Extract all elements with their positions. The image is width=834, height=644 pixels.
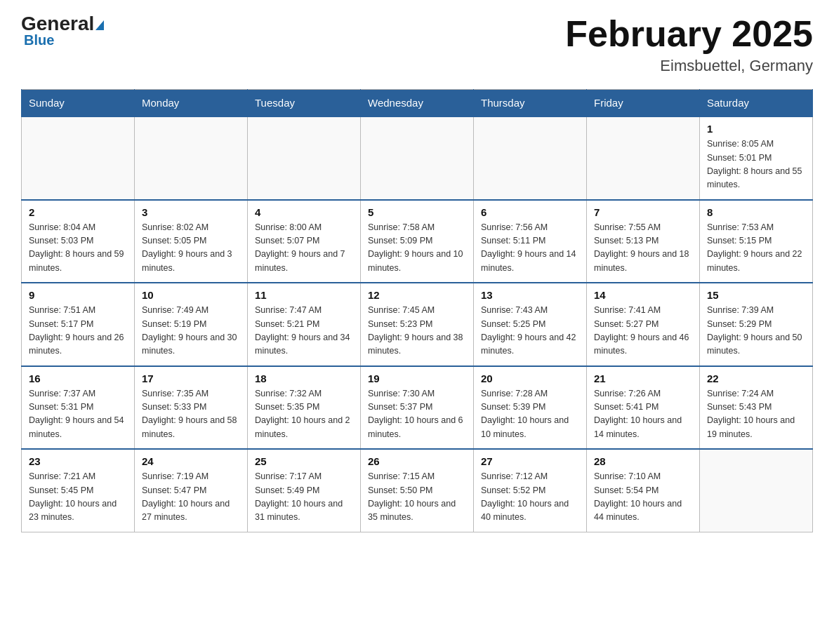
calendar-cell: 19Sunrise: 7:30 AMSunset: 5:37 PMDayligh… <box>361 366 474 450</box>
calendar-cell: 24Sunrise: 7:19 AMSunset: 5:47 PMDayligh… <box>135 449 248 532</box>
day-info: Sunrise: 8:05 AMSunset: 5:01 PMDaylight:… <box>707 137 805 192</box>
calendar-cell: 9Sunrise: 7:51 AMSunset: 5:17 PMDaylight… <box>22 283 135 366</box>
day-info: Sunrise: 7:35 AMSunset: 5:33 PMDaylight:… <box>142 387 240 442</box>
calendar-cell: 8Sunrise: 7:53 AMSunset: 5:15 PMDaylight… <box>700 200 813 283</box>
day-number: 17 <box>142 373 240 384</box>
day-number: 2 <box>29 206 127 218</box>
day-info: Sunrise: 7:45 AMSunset: 5:23 PMDaylight:… <box>368 304 466 358</box>
day-info: Sunrise: 7:56 AMSunset: 5:11 PMDaylight:… <box>481 221 579 276</box>
day-number: 11 <box>255 289 353 301</box>
day-number: 3 <box>142 206 240 218</box>
day-info: Sunrise: 7:58 AMSunset: 5:09 PMDaylight:… <box>368 221 466 276</box>
calendar-cell: 2Sunrise: 8:04 AMSunset: 5:03 PMDaylight… <box>22 200 135 283</box>
calendar-cell <box>361 116 474 200</box>
calendar-cell: 22Sunrise: 7:24 AMSunset: 5:43 PMDayligh… <box>700 366 813 450</box>
day-number: 8 <box>707 206 805 218</box>
calendar-cell: 20Sunrise: 7:28 AMSunset: 5:39 PMDayligh… <box>474 366 587 450</box>
day-number: 20 <box>481 373 579 384</box>
calendar-cell: 13Sunrise: 7:43 AMSunset: 5:25 PMDayligh… <box>474 283 587 366</box>
day-number: 14 <box>594 289 692 301</box>
page-header: General Blue February 2025 Eimsbuettel, … <box>21 14 813 75</box>
col-header-thursday: Thursday <box>474 90 587 117</box>
day-info: Sunrise: 8:02 AMSunset: 5:05 PMDaylight:… <box>142 221 240 276</box>
day-number: 26 <box>368 455 466 467</box>
calendar-week-row: 16Sunrise: 7:37 AMSunset: 5:31 PMDayligh… <box>22 366 813 450</box>
day-info: Sunrise: 7:15 AMSunset: 5:50 PMDaylight:… <box>368 470 466 525</box>
calendar-cell <box>248 116 361 200</box>
calendar-cell <box>587 116 700 200</box>
day-number: 10 <box>142 289 240 301</box>
day-number: 5 <box>368 206 466 218</box>
day-number: 21 <box>594 373 692 384</box>
day-info: Sunrise: 7:10 AMSunset: 5:54 PMDaylight:… <box>594 470 692 525</box>
calendar-cell: 6Sunrise: 7:56 AMSunset: 5:11 PMDaylight… <box>474 200 587 283</box>
day-number: 6 <box>481 206 579 218</box>
calendar-cell: 7Sunrise: 7:55 AMSunset: 5:13 PMDaylight… <box>587 200 700 283</box>
day-number: 12 <box>368 289 466 301</box>
col-header-friday: Friday <box>587 90 700 117</box>
calendar-cell: 25Sunrise: 7:17 AMSunset: 5:49 PMDayligh… <box>248 449 361 532</box>
col-header-monday: Monday <box>135 90 248 117</box>
day-info: Sunrise: 7:55 AMSunset: 5:13 PMDaylight:… <box>594 221 692 276</box>
day-info: Sunrise: 7:47 AMSunset: 5:21 PMDaylight:… <box>255 304 353 358</box>
logo: General Blue <box>21 14 104 48</box>
day-info: Sunrise: 7:28 AMSunset: 5:39 PMDaylight:… <box>481 387 579 442</box>
day-number: 22 <box>707 373 805 384</box>
day-number: 4 <box>255 206 353 218</box>
logo-general: General <box>21 13 94 34</box>
calendar-cell: 18Sunrise: 7:32 AMSunset: 5:35 PMDayligh… <box>248 366 361 450</box>
calendar-cell: 14Sunrise: 7:41 AMSunset: 5:27 PMDayligh… <box>587 283 700 366</box>
calendar-cell <box>474 116 587 200</box>
calendar-cell: 28Sunrise: 7:10 AMSunset: 5:54 PMDayligh… <box>587 449 700 532</box>
calendar-cell: 4Sunrise: 8:00 AMSunset: 5:07 PMDaylight… <box>248 200 361 283</box>
calendar-cell: 12Sunrise: 7:45 AMSunset: 5:23 PMDayligh… <box>361 283 474 366</box>
day-info: Sunrise: 7:17 AMSunset: 5:49 PMDaylight:… <box>255 470 353 525</box>
calendar-title: February 2025 <box>565 14 813 54</box>
day-info: Sunrise: 7:19 AMSunset: 5:47 PMDaylight:… <box>142 470 240 525</box>
title-block: February 2025 Eimsbuettel, Germany <box>565 14 813 75</box>
day-info: Sunrise: 7:37 AMSunset: 5:31 PMDaylight:… <box>29 387 127 442</box>
logo-text: General <box>21 14 104 34</box>
calendar-cell: 17Sunrise: 7:35 AMSunset: 5:33 PMDayligh… <box>135 366 248 450</box>
day-number: 19 <box>368 373 466 384</box>
day-number: 7 <box>594 206 692 218</box>
calendar-cell <box>700 449 813 532</box>
day-info: Sunrise: 7:32 AMSunset: 5:35 PMDaylight:… <box>255 387 353 442</box>
day-info: Sunrise: 7:30 AMSunset: 5:37 PMDaylight:… <box>368 387 466 442</box>
calendar-cell <box>135 116 248 200</box>
calendar-header-row: SundayMondayTuesdayWednesdayThursdayFrid… <box>22 90 813 117</box>
col-header-tuesday: Tuesday <box>248 90 361 117</box>
day-info: Sunrise: 7:51 AMSunset: 5:17 PMDaylight:… <box>29 304 127 358</box>
calendar-cell: 1Sunrise: 8:05 AMSunset: 5:01 PMDaylight… <box>700 116 813 200</box>
calendar-subtitle: Eimsbuettel, Germany <box>565 57 813 75</box>
day-info: Sunrise: 7:49 AMSunset: 5:19 PMDaylight:… <box>142 304 240 358</box>
calendar-cell: 26Sunrise: 7:15 AMSunset: 5:50 PMDayligh… <box>361 449 474 532</box>
calendar-cell: 5Sunrise: 7:58 AMSunset: 5:09 PMDaylight… <box>361 200 474 283</box>
calendar-cell <box>22 116 135 200</box>
day-number: 13 <box>481 289 579 301</box>
day-info: Sunrise: 7:24 AMSunset: 5:43 PMDaylight:… <box>707 387 805 442</box>
day-number: 24 <box>142 455 240 467</box>
calendar-cell: 27Sunrise: 7:12 AMSunset: 5:52 PMDayligh… <box>474 449 587 532</box>
day-info: Sunrise: 7:26 AMSunset: 5:41 PMDaylight:… <box>594 387 692 442</box>
calendar-cell: 3Sunrise: 8:02 AMSunset: 5:05 PMDaylight… <box>135 200 248 283</box>
day-number: 9 <box>29 289 127 301</box>
calendar-cell: 23Sunrise: 7:21 AMSunset: 5:45 PMDayligh… <box>22 449 135 532</box>
day-info: Sunrise: 7:53 AMSunset: 5:15 PMDaylight:… <box>707 221 805 276</box>
calendar-cell: 21Sunrise: 7:26 AMSunset: 5:41 PMDayligh… <box>587 366 700 450</box>
calendar-cell: 15Sunrise: 7:39 AMSunset: 5:29 PMDayligh… <box>700 283 813 366</box>
day-info: Sunrise: 7:12 AMSunset: 5:52 PMDaylight:… <box>481 470 579 525</box>
day-info: Sunrise: 7:21 AMSunset: 5:45 PMDaylight:… <box>29 470 127 525</box>
day-info: Sunrise: 7:41 AMSunset: 5:27 PMDaylight:… <box>594 304 692 358</box>
day-number: 1 <box>707 123 805 135</box>
calendar-cell: 10Sunrise: 7:49 AMSunset: 5:19 PMDayligh… <box>135 283 248 366</box>
logo-blue: Blue <box>21 32 54 48</box>
calendar-table: SundayMondayTuesdayWednesdayThursdayFrid… <box>21 89 813 532</box>
col-header-saturday: Saturday <box>700 90 813 117</box>
calendar-week-row: 1Sunrise: 8:05 AMSunset: 5:01 PMDaylight… <box>22 116 813 200</box>
day-number: 18 <box>255 373 353 384</box>
day-number: 16 <box>29 373 127 384</box>
col-header-wednesday: Wednesday <box>361 90 474 117</box>
day-info: Sunrise: 8:00 AMSunset: 5:07 PMDaylight:… <box>255 221 353 276</box>
day-info: Sunrise: 8:04 AMSunset: 5:03 PMDaylight:… <box>29 221 127 276</box>
